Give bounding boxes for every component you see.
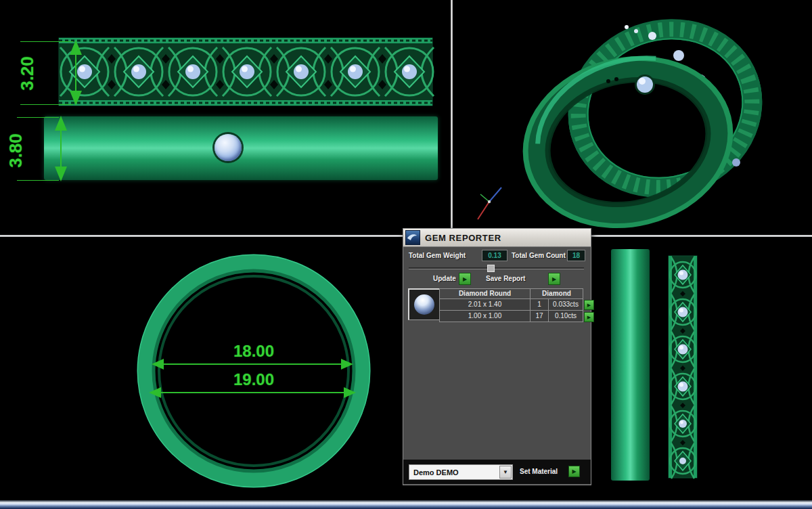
diamond-gem (732, 158, 740, 167)
update-label: Update (433, 275, 456, 282)
slider-track[interactable] (409, 267, 584, 269)
gem-table: Diamond Round Diamond 2.01 x 1.40 1 0.03… (439, 288, 583, 322)
save-report-label: Save Report (486, 275, 525, 282)
plain-band-side-view (44, 116, 438, 180)
table-header-gem-type: Diamond Round (440, 289, 530, 298)
row-action-button[interactable]: ▶ (584, 300, 594, 310)
update-button[interactable]: ▶ (459, 273, 471, 285)
material-dropdown[interactable]: Demo DEMO ▼ (409, 464, 513, 480)
diamond-gem (215, 134, 242, 161)
diamond-gem (673, 50, 684, 61)
pattern-band-side-view (58, 34, 435, 110)
arrow-up-icon (55, 116, 67, 131)
table-row-count[interactable]: 17 (531, 311, 548, 322)
total-gem-count-value: 18 (567, 250, 585, 261)
diamond-gem-icon (414, 294, 434, 315)
dim-label-18-00: 18.00 (206, 342, 301, 361)
go-icon: ▶ (587, 315, 591, 320)
arrow-up-icon (70, 40, 82, 55)
total-gem-weight-value: 0.13 (482, 250, 508, 261)
table-row-size[interactable]: 2.01 x 1.40 (440, 299, 530, 310)
slider-handle[interactable] (487, 265, 495, 272)
total-gem-count-label: Total Gem Count (512, 252, 566, 259)
table-header-material: Diamond (531, 289, 583, 298)
table-row-weight[interactable]: 0.033cts (549, 299, 583, 310)
total-gem-weight-label: Total Gem Weight (409, 252, 466, 259)
gem-reporter-dialog: GEM REPORTER Total Gem Weight 0.13 Total… (403, 228, 591, 485)
set-material-label: Set Material (520, 468, 558, 475)
dim-label-3-80: 3.80 (5, 124, 26, 178)
row-action-button[interactable]: ▶ (584, 312, 594, 322)
plain-ring-3d (512, 40, 742, 235)
material-dropdown-value: Demo DEMO (413, 468, 499, 477)
viewport-perspective-view[interactable] (452, 0, 812, 235)
go-icon: ▶ (463, 276, 467, 282)
arrow-right-icon (341, 359, 353, 370)
arrow-left-icon (149, 387, 161, 398)
viewport-side-view[interactable]: 3.20 3.80 (0, 0, 450, 235)
go-icon: ▶ (572, 468, 576, 474)
dim-label-3-20: 3.20 (17, 47, 38, 101)
save-report-button[interactable]: ▶ (548, 273, 560, 285)
axis-gizmo-icon (478, 187, 501, 219)
dialog-titlebar[interactable]: GEM REPORTER (403, 229, 591, 247)
pattern-ring-3d (544, 0, 786, 223)
table-row-size[interactable]: 1.00 x 1.00 (440, 311, 530, 322)
arrow-down-icon (55, 167, 67, 181)
set-material-button[interactable]: ▶ (568, 466, 580, 477)
arrow-down-icon (70, 91, 82, 106)
go-icon: ▶ (552, 276, 556, 282)
pattern-band-front-view (664, 255, 701, 479)
app-logo-icon (405, 230, 420, 245)
diamond-gem (637, 76, 653, 93)
dim-label-19-00: 19.00 (206, 370, 301, 389)
viewport-divider-vertical[interactable] (451, 0, 453, 236)
go-icon: ▶ (587, 303, 591, 308)
dialog-bottom-bar: Demo DEMO ▼ Set Material ▶ (403, 460, 591, 484)
diamond-gem (648, 32, 656, 40)
plain-band-front-view (611, 249, 650, 481)
chevron-down-icon[interactable]: ▼ (499, 466, 512, 479)
gem-thumbnail (408, 288, 440, 320)
window-edge-strip (0, 500, 812, 509)
arrow-left-icon (152, 359, 164, 370)
table-row-count[interactable]: 1 (531, 299, 548, 310)
table-row-weight[interactable]: 0.10cts (549, 311, 583, 322)
ring-3d-render (452, 0, 812, 235)
dialog-title: GEM REPORTER (425, 233, 501, 243)
arrow-right-icon (344, 387, 356, 398)
